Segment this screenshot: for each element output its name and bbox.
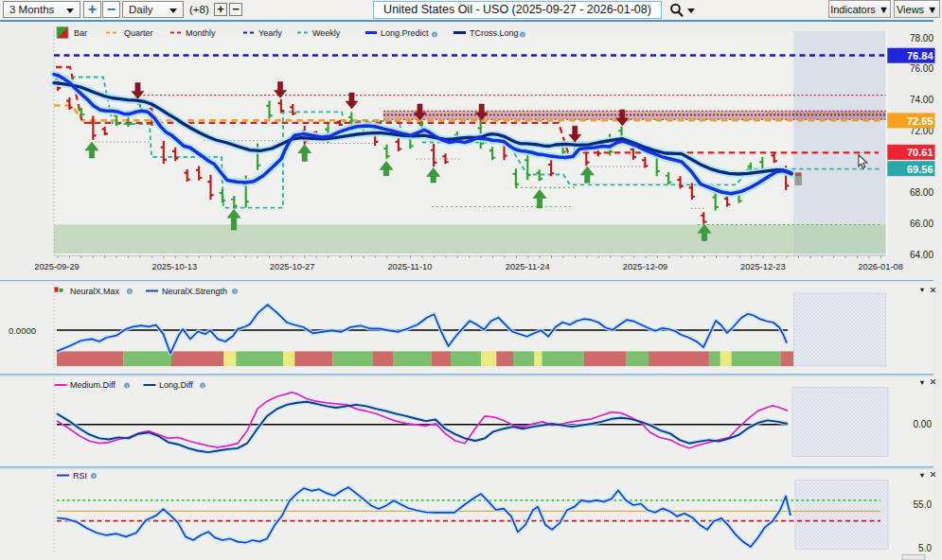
svg-text:5.0: 5.0 [918, 543, 932, 553]
svg-text:i: i [234, 289, 235, 294]
svg-text:2026-01-08: 2026-01-08 [858, 262, 903, 271]
svg-text:72.65: 72.65 [907, 115, 933, 127]
svg-text:66.00: 66.00 [910, 219, 933, 229]
svg-text:RSI: RSI [73, 471, 87, 481]
svg-text:i: i [93, 473, 94, 479]
svg-text:2025-11-24: 2025-11-24 [506, 262, 550, 271]
svg-text:NeuralX.Max: NeuralX.Max [70, 287, 120, 296]
svg-text:2025-12-23: 2025-12-23 [740, 262, 786, 271]
svg-text:Bar: Bar [74, 28, 87, 38]
svg-text:2025-10-13: 2025-10-13 [152, 262, 198, 271]
svg-text:2025-09-29: 2025-09-29 [34, 262, 80, 271]
svg-text:Yearly: Yearly [258, 28, 282, 38]
svg-text:i: i [202, 383, 203, 389]
svg-text:2025-10-27: 2025-10-27 [270, 262, 315, 271]
svg-text:68.00: 68.00 [910, 187, 933, 198]
svg-text:Medium.Diff: Medium.Diff [70, 380, 116, 390]
svg-text:i: i [129, 289, 130, 294]
svg-text:Long.Diff: Long.Diff [159, 380, 193, 390]
svg-text:Weekly: Weekly [312, 28, 341, 38]
svg-text:✕: ✕ [930, 376, 937, 387]
svg-text:▼: ▼ [918, 286, 925, 294]
svg-text:Long.Predict: Long.Predict [381, 28, 429, 38]
svg-text:▼: ▼ [918, 378, 925, 387]
svg-text:✕: ✕ [930, 285, 937, 295]
svg-text:NeuralX.Strength: NeuralX.Strength [162, 287, 227, 296]
svg-text:69.56: 69.56 [907, 164, 933, 175]
svg-text:78.00: 78.00 [910, 33, 933, 44]
svg-text:TCross.Long: TCross.Long [470, 28, 519, 38]
svg-text:i: i [126, 383, 127, 389]
svg-text:0.00: 0.00 [914, 419, 933, 429]
svg-text:2025-11-10: 2025-11-10 [387, 262, 432, 271]
svg-text:0.0000: 0.0000 [9, 325, 36, 336]
svg-text:Quarter: Quarter [124, 28, 153, 38]
svg-text:✕: ✕ [930, 469, 937, 480]
svg-text:▼: ▼ [918, 471, 925, 480]
svg-text:Monthly: Monthly [186, 28, 216, 38]
svg-text:55.0: 55.0 [914, 499, 933, 510]
svg-text:2025-12-09: 2025-12-09 [623, 262, 668, 271]
svg-text:i: i [434, 32, 435, 38]
svg-text:64.00: 64.00 [910, 250, 933, 260]
svg-text:70.61: 70.61 [907, 147, 933, 158]
svg-text:i: i [522, 32, 523, 38]
svg-text:76.84: 76.84 [907, 50, 933, 61]
svg-text:74.00: 74.00 [910, 95, 933, 105]
svg-text:76.00: 76.00 [910, 63, 933, 74]
